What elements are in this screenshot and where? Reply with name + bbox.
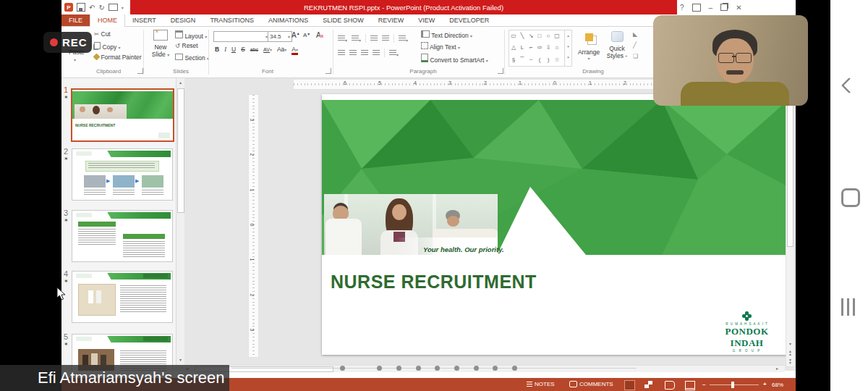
decrease-indent-button[interactable] — [370, 35, 378, 42]
convert-smartart-button[interactable]: Convert to SmartArt ▾ — [421, 54, 488, 64]
zoom-out-button[interactable]: – — [702, 381, 705, 387]
text-shadow-button[interactable]: abc — [250, 47, 258, 52]
tab-review[interactable]: REVIEW — [371, 14, 412, 26]
help-button[interactable]: ? — [680, 4, 684, 12]
quick-styles-button[interactable]: Quick Styles - — [605, 31, 629, 59]
shape-option[interactable]: ▢ — [553, 30, 561, 41]
bold-button[interactable]: B — [215, 46, 219, 53]
next-slide-button[interactable]: ▼▼ — [786, 358, 794, 364]
paragraph-dialog-launcher[interactable] — [498, 68, 503, 74]
restore-button[interactable] — [720, 4, 728, 11]
shape-option[interactable]: ~ — [527, 54, 535, 65]
slide-vertical-scrollbar[interactable]: ▾ ▲▲ ▼▼ — [786, 88, 795, 367]
redo-icon[interactable]: ↻ — [98, 4, 104, 12]
font-dialog-launcher[interactable] — [326, 68, 331, 74]
align-text-button[interactable]: Align Text ▾ — [421, 42, 460, 51]
start-slideshow-icon[interactable] — [109, 4, 118, 11]
numbering-button[interactable]: ▾ — [352, 32, 361, 45]
previous-slide-button[interactable]: ▲▲ — [786, 350, 794, 356]
format-painter-button[interactable]: Format Painter — [94, 54, 142, 61]
shape-effects-icon[interactable]: ❏ — [633, 53, 643, 59]
change-case-button[interactable]: Aa▾ — [277, 46, 286, 53]
bullets-button[interactable]: ▾ — [338, 32, 347, 45]
cut-button[interactable]: ✂ Cut — [94, 30, 111, 38]
justify-button[interactable] — [373, 50, 380, 56]
zoom-level[interactable]: 68% — [772, 382, 783, 388]
shape-fill-icon[interactable]: ◣ — [633, 31, 643, 38]
shape-option[interactable]: ⌒ — [518, 54, 527, 65]
vscroll-down-icon[interactable]: ▾ — [786, 341, 794, 346]
copy-button[interactable]: Copy ▾ — [94, 42, 121, 51]
shrink-font-button[interactable]: A▼ — [303, 32, 310, 38]
shape-gallery[interactable]: ▭ ╲ ↘ □ ○ ▢ △ L ⌐ ⇨ ⇩ ⌂ § ⌒ ~ ( ) ☆ — [509, 30, 565, 67]
tab-slideshow[interactable]: SLIDE SHOW — [315, 14, 371, 26]
nav-recents-icon[interactable] — [841, 298, 857, 316]
thumbnail-scroll-down-icon[interactable]: ▾ — [176, 357, 184, 362]
tab-insert[interactable]: INSERT — [125, 14, 163, 26]
shape-option[interactable]: ( — [535, 54, 544, 65]
slide-thumbnail-3[interactable] — [72, 210, 173, 262]
font-name-combobox[interactable]: ▾ — [213, 31, 270, 42]
layout-button[interactable]: Layout ▾ — [175, 30, 207, 40]
slide-thumbnail-2[interactable]: ▶ ▶ — [72, 148, 173, 201]
tab-home[interactable]: HOME — [90, 14, 125, 27]
slide-sorter-view-button[interactable] — [644, 381, 652, 388]
text-direction-button[interactable]: Text Direction ▾ — [421, 30, 472, 39]
thumbnail-scroll-up-icon[interactable]: ▴ — [176, 80, 184, 85]
align-center-button[interactable] — [349, 50, 357, 56]
shape-gallery-scrollbar[interactable]: ▴▾▾ — [564, 30, 572, 67]
shape-option[interactable]: L — [518, 42, 527, 53]
tab-file[interactable]: FILE — [61, 14, 90, 26]
new-slide-button[interactable]: ✶ New Slide ▾ — [148, 30, 173, 73]
customize-qat-icon[interactable]: ▾ — [122, 5, 124, 10]
shape-option[interactable]: ○ — [544, 30, 553, 41]
slide-thumbnail-1[interactable]: NURSE RECRUITMENT — [71, 88, 174, 142]
save-icon[interactable] — [77, 3, 85, 12]
zoom-in-button[interactable]: + — [763, 381, 767, 387]
nav-back-icon[interactable] — [841, 77, 858, 94]
zoom-slider[interactable] — [710, 384, 759, 385]
thumbnail-scroll-thumb[interactable] — [177, 88, 184, 213]
increase-indent-button[interactable] — [382, 35, 389, 42]
normal-view-button[interactable] — [624, 380, 635, 390]
webcam-video[interactable] — [653, 15, 808, 106]
grow-font-button[interactable]: A▲ — [292, 31, 300, 39]
tab-view[interactable]: VIEW — [411, 14, 442, 26]
underline-button[interactable]: U — [231, 46, 236, 53]
shape-option[interactable]: ☆ — [553, 54, 561, 65]
section-button[interactable]: Section ▾ — [175, 54, 209, 62]
align-left-button[interactable] — [338, 50, 345, 56]
clear-formatting-button[interactable]: A — [316, 31, 323, 39]
comments-button[interactable]: COMMENTS — [569, 381, 613, 387]
shape-option[interactable]: ⌐ — [527, 42, 535, 53]
nav-home-icon[interactable] — [841, 188, 860, 207]
paste-dropdown-icon[interactable]: ▾ — [74, 57, 76, 62]
shape-option[interactable]: ⌂ — [553, 42, 561, 53]
hscroll-right-icon[interactable]: ▸ — [776, 366, 778, 371]
font-size-combobox[interactable]: 34.5▾ — [268, 31, 292, 42]
columns-button[interactable]: ▾ — [389, 46, 399, 59]
shape-option[interactable]: △ — [509, 42, 518, 53]
shape-option[interactable]: § — [509, 54, 518, 65]
shape-option[interactable]: ) — [544, 54, 553, 65]
character-spacing-button[interactable]: AV▾ — [263, 47, 272, 52]
shape-option[interactable]: ⇨ — [535, 42, 544, 53]
line-spacing-button[interactable]: ▾ — [399, 32, 408, 45]
tab-animations[interactable]: ANIMATIONS — [261, 14, 315, 26]
vscroll-thumb[interactable] — [787, 93, 793, 247]
tab-design[interactable]: DESIGN — [163, 14, 203, 26]
font-color-button[interactable]: A▾ — [292, 46, 298, 55]
tab-transitions[interactable]: TRANSITIONS — [203, 14, 261, 26]
slide-title[interactable]: NURSE RECRUITMENT — [331, 272, 537, 293]
shape-outline-icon[interactable]: ╱ — [633, 42, 643, 49]
reading-view-button[interactable] — [665, 381, 675, 390]
shape-option[interactable]: □ — [535, 30, 544, 41]
zoom-slider-handle[interactable] — [731, 382, 734, 388]
slide-thumbnail-4[interactable] — [72, 271, 173, 323]
ribbon-display-options-icon[interactable] — [692, 4, 701, 12]
shape-option[interactable]: ⇩ — [544, 42, 553, 53]
italic-button[interactable]: I — [224, 46, 226, 53]
shape-option[interactable]: ▭ — [509, 30, 518, 41]
shape-option[interactable]: ╲ — [518, 30, 527, 41]
reset-button[interactable]: ↺ Reset — [175, 42, 198, 49]
